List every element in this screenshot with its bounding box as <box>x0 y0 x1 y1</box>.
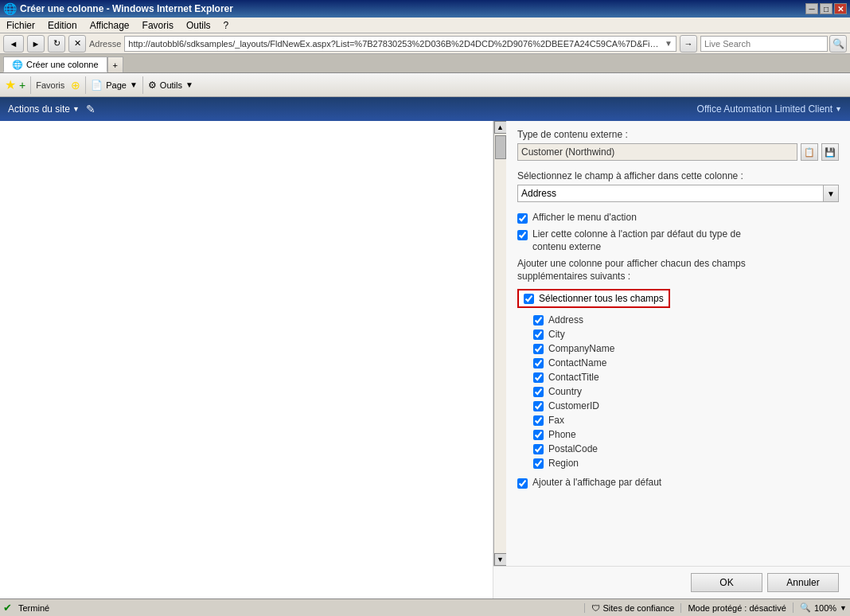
page-arrow: ▼ <box>130 80 138 89</box>
show-action-menu-checkbox[interactable] <box>517 213 528 224</box>
search-bar: 🔍 <box>700 35 847 53</box>
org-menu-button[interactable]: Office Automation Limited Client ▼ <box>697 103 842 115</box>
select-all-checkbox[interactable] <box>524 294 534 304</box>
edit-page-icon[interactable]: ✎ <box>86 103 96 115</box>
forward-button[interactable]: ► <box>27 35 45 53</box>
link-column-label: Lier cette colonne à l'action par défaut… <box>532 228 755 253</box>
field-checkbox-companyname[interactable] <box>533 344 544 354</box>
save-button[interactable]: 💾 <box>821 143 839 161</box>
show-action-menu-label: Afficher le menu d'action <box>532 212 637 223</box>
field-label-companyname: CompanyName <box>548 343 614 354</box>
add-favorites-icon: + <box>19 79 25 92</box>
actions-menu-button[interactable]: Actions du site ▼ <box>8 103 80 115</box>
field-label-contacttitle: ContactTitle <box>548 372 599 383</box>
field-checkbox-phone[interactable] <box>533 430 544 440</box>
link-column-row: Lier cette colonne à l'action par défaut… <box>517 228 839 253</box>
field-checkbox-city[interactable] <box>533 329 544 340</box>
field-checkbox-postalcode[interactable] <box>533 444 544 454</box>
ie-logo-icon: 🌐 <box>3 2 17 15</box>
add-to-view-row: Ajouter à l'affichage par défaut <box>517 477 839 489</box>
maximize-button[interactable]: □ <box>820 3 832 14</box>
list-item: CustomerID <box>533 400 839 411</box>
search-input[interactable] <box>700 36 828 52</box>
sp-topnav-left: Actions du site ▼ ✎ <box>8 103 96 115</box>
list-item: Region <box>533 458 839 469</box>
list-item: Phone <box>533 429 839 440</box>
zoom-arrow-icon: ▼ <box>840 604 847 612</box>
address-field[interactable]: http://autobbl6/sdksamples/_layouts/FldN… <box>124 36 676 52</box>
menu-affichage[interactable]: Affichage <box>84 18 136 33</box>
field-checkbox-contactname[interactable] <box>533 358 544 368</box>
cancel-button[interactable]: Annuler <box>767 573 839 592</box>
field-display-label: Sélectionnez le champ à afficher dans ce… <box>517 170 839 181</box>
menu-edition[interactable]: Edition <box>41 18 84 33</box>
browse-button[interactable]: 📋 <box>801 143 818 161</box>
url-text: http://autobbl6/sdksamples/_layouts/FldN… <box>128 39 665 49</box>
content-area: ▲ ▼ Type de contenu externe : 📋 💾 <box>0 121 850 598</box>
favorites-label: Favoris <box>36 80 64 90</box>
field-checkbox-customerid[interactable] <box>533 401 544 411</box>
list-item: ContactName <box>533 357 839 368</box>
toolbar-separator <box>30 76 31 94</box>
trusted-sites-label: Sites de confiance <box>603 603 675 613</box>
stop-button[interactable]: ✕ <box>68 35 86 53</box>
search-button[interactable]: 🔍 <box>829 35 847 53</box>
tab-icon: 🌐 <box>12 60 23 70</box>
title-bar: 🌐 Créer une colonne - Windows Internet E… <box>0 0 850 18</box>
list-item: Fax <box>533 415 839 426</box>
scroll-up-button[interactable]: ▲ <box>494 121 507 134</box>
field-label-phone: Phone <box>548 429 576 440</box>
address-label: Adresse <box>89 39 121 49</box>
field-label-city: City <box>548 329 565 340</box>
field-checkbox-fax[interactable] <box>533 415 544 426</box>
sharepoint-topnav: Actions du site ▼ ✎ Office Automation Li… <box>0 97 850 121</box>
minimize-button[interactable]: ─ <box>805 3 818 14</box>
action-buttons: OK Annuler <box>493 566 850 598</box>
menu-bar: Fichier Edition Affichage Favoris Outils… <box>0 18 850 33</box>
field-display-wrapper: Address ▼ <box>517 185 839 202</box>
actions-label: Actions du site <box>8 103 70 115</box>
field-checkbox-contacttitle[interactable] <box>533 372 544 383</box>
protected-mode-label: Mode protégé : désactivé <box>688 603 786 613</box>
external-content-type-label: Type de contenu externe : <box>517 129 839 140</box>
browser-tab-active[interactable]: 🌐 Créer une colonne <box>3 57 107 72</box>
field-list: AddressCityCompanyNameContactNameContact… <box>533 314 839 469</box>
field-label-contactname: ContactName <box>548 357 606 368</box>
link-column-checkbox[interactable] <box>517 230 528 240</box>
scroll-down-button[interactable]: ▼ <box>494 553 507 566</box>
field-checkbox-region[interactable] <box>533 458 544 469</box>
content-type-input[interactable] <box>517 143 797 161</box>
field-label-fax: Fax <box>548 415 564 426</box>
menu-favoris[interactable]: Favoris <box>136 18 180 33</box>
scroll-thumb[interactable] <box>495 135 506 159</box>
list-item: Country <box>533 386 839 397</box>
status-bar: ✔ Terminé 🛡 Sites de confiance Mode prot… <box>0 598 850 616</box>
field-display-section: Sélectionnez le champ à afficher dans ce… <box>517 170 839 202</box>
field-display-select[interactable]: Address <box>517 185 839 202</box>
field-checkbox-country[interactable] <box>533 387 544 397</box>
close-button[interactable]: ✕ <box>834 3 847 14</box>
org-arrow-icon: ▼ <box>835 105 842 113</box>
add-to-view-checkbox[interactable] <box>517 478 528 489</box>
back-button[interactable]: ◄ <box>3 35 24 53</box>
tab-label: Créer une colonne <box>26 60 99 69</box>
menu-outils[interactable]: Outils <box>180 18 217 33</box>
new-tab-button[interactable]: + <box>107 57 123 72</box>
actions-arrow-icon: ▼ <box>72 105 80 113</box>
status-text: Terminé <box>18 603 49 613</box>
field-checkbox-address[interactable] <box>533 315 544 326</box>
org-label: Office Automation Limited Client <box>697 103 833 115</box>
zoom-icon: 🔍 <box>800 602 811 613</box>
select-all-row: Sélectionner tous les champs <box>517 289 670 308</box>
refresh-button[interactable]: ↻ <box>48 35 65 53</box>
address-go-button[interactable]: → <box>680 35 697 53</box>
toolbar-separator2 <box>85 76 86 94</box>
tools-arrow: ▼ <box>185 80 193 89</box>
toolbar-separator3 <box>142 76 143 94</box>
tab-favorites-icon: ⊕ <box>71 79 80 92</box>
menu-aide[interactable]: ? <box>217 18 236 33</box>
ok-button[interactable]: OK <box>691 573 762 592</box>
add-columns-label: Ajouter une colonne pour afficher chacun… <box>517 258 756 283</box>
shield-icon: 🛡 <box>591 603 600 613</box>
menu-fichier[interactable]: Fichier <box>0 18 41 33</box>
